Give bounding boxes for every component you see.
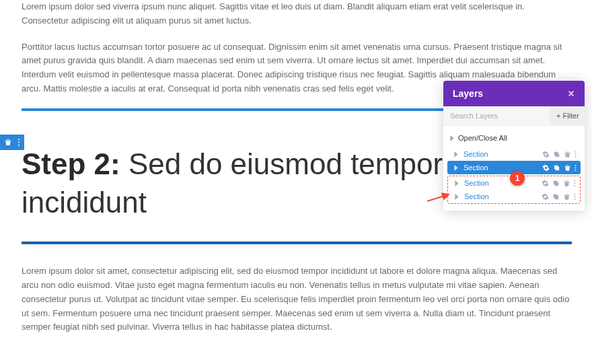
- settings-icon[interactable]: [542, 180, 549, 187]
- duplicate-icon[interactable]: [552, 193, 560, 201]
- duplicate-icon[interactable]: [552, 180, 560, 187]
- svg-point-1: [18, 141, 20, 143]
- search-input[interactable]: [443, 106, 550, 125]
- section-controls[interactable]: [0, 135, 24, 150]
- svg-point-13: [575, 196, 576, 197]
- layer-label: Section: [463, 192, 542, 201]
- svg-point-8: [575, 170, 577, 171]
- svg-point-5: [575, 156, 577, 157]
- intro-paragraph-1: Lorem ipsum dolor sed viverra ipsum nunc…: [22, 0, 572, 28]
- close-button[interactable]: [567, 89, 575, 98]
- svg-point-11: [575, 185, 576, 186]
- svg-point-2: [18, 145, 20, 146]
- settings-icon[interactable]: [542, 193, 549, 201]
- layers-list: Open/Close All Section Section: [443, 126, 585, 211]
- chevron-right-icon: [453, 165, 459, 171]
- more-icon[interactable]: [575, 151, 577, 158]
- heading-divider: [22, 242, 572, 244]
- svg-line-15: [427, 194, 449, 201]
- duplicate-icon[interactable]: [553, 151, 560, 158]
- section-delete-icon[interactable]: [4, 138, 12, 147]
- layers-search-bar: + Filter: [443, 106, 585, 126]
- filter-label: Filter: [562, 112, 579, 120]
- svg-point-6: [575, 164, 577, 166]
- layers-panel: Layers + Filter Open/Close All Section: [443, 81, 585, 211]
- trash-icon[interactable]: [564, 164, 571, 172]
- filter-button[interactable]: + Filter: [550, 106, 586, 125]
- plus-icon: +: [556, 112, 560, 120]
- svg-point-3: [575, 151, 577, 152]
- layer-label: Section: [462, 150, 542, 158]
- chevron-right-icon: [449, 135, 455, 141]
- layer-label: Section: [462, 163, 542, 172]
- more-icon[interactable]: [575, 164, 577, 172]
- layer-row[interactable]: Section: [448, 190, 580, 203]
- step-heading-bold: Step 2:: [22, 147, 120, 180]
- section-more-icon[interactable]: [17, 138, 20, 147]
- svg-point-0: [18, 139, 20, 140]
- chevron-right-icon: [453, 194, 460, 200]
- chevron-right-icon: [453, 151, 459, 157]
- svg-point-10: [575, 182, 576, 184]
- more-icon[interactable]: [574, 193, 576, 201]
- settings-icon[interactable]: [542, 164, 550, 172]
- svg-point-9: [575, 180, 576, 181]
- layers-panel-header: Layers: [443, 81, 585, 106]
- trash-icon[interactable]: [564, 151, 571, 158]
- more-icon[interactable]: [574, 180, 576, 187]
- layers-panel-title: Layers: [453, 88, 483, 99]
- layer-label: Section: [463, 179, 542, 187]
- trash-icon[interactable]: [563, 193, 570, 201]
- svg-point-7: [575, 167, 577, 168]
- trash-icon[interactable]: [563, 180, 570, 187]
- settings-icon[interactable]: [542, 151, 550, 158]
- open-close-label: Open/Close All: [458, 134, 507, 142]
- chevron-right-icon: [453, 180, 460, 186]
- layer-row[interactable]: Section: [447, 147, 581, 161]
- svg-point-14: [575, 198, 576, 200]
- svg-point-12: [575, 193, 576, 194]
- body-paragraph-1: Lorem ipsum dolor sit amet, consectetur …: [22, 264, 572, 334]
- annotation-callout-1: 1: [510, 171, 525, 186]
- open-close-all[interactable]: Open/Close All: [443, 130, 585, 147]
- annotation-arrow: [427, 190, 454, 204]
- svg-point-4: [575, 153, 577, 155]
- duplicate-icon[interactable]: [553, 164, 560, 172]
